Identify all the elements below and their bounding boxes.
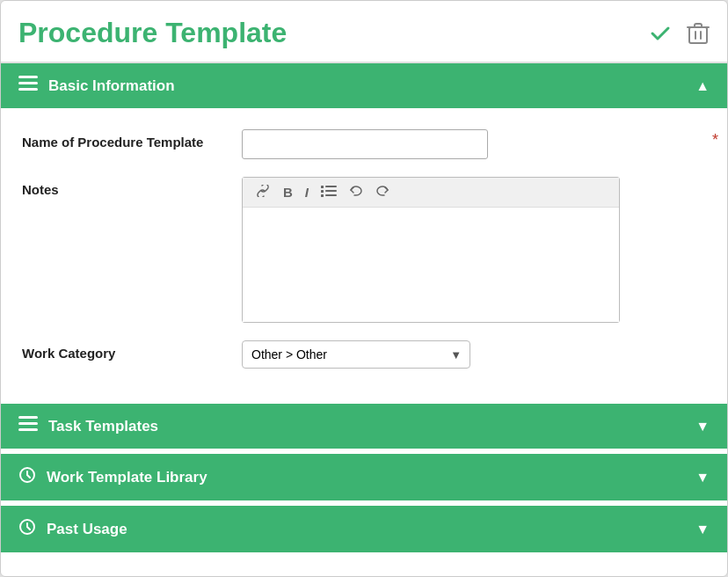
svg-rect-2: [18, 82, 38, 84]
work-category-select-wrapper: Other > Other ▼: [242, 340, 470, 369]
notes-label: Notes: [22, 177, 242, 197]
form-body: Name of Procedure Template * Notes B: [1, 108, 727, 400]
svg-rect-8: [321, 194, 324, 197]
collapsible-sections: Task Templates ▼ Work Template Library: [1, 404, 727, 552]
toolbar-italic-button[interactable]: I: [302, 183, 312, 201]
name-field-wrapper: *: [242, 129, 706, 159]
task-templates-chevron: ▼: [695, 419, 710, 435]
notes-input[interactable]: [243, 208, 619, 322]
toolbar-undo-button[interactable]: [346, 183, 367, 201]
work-category-select[interactable]: Other > Other: [242, 340, 470, 369]
svg-rect-10: [18, 416, 38, 419]
past-usage-section: Past Usage ▼: [1, 506, 727, 552]
basic-info-chevron: ▲: [695, 78, 710, 94]
main-container: Procedure Template: [0, 0, 728, 577]
past-usage-chevron: ▼: [695, 522, 710, 537]
svg-rect-7: [325, 190, 337, 192]
work-template-library-icon: [18, 466, 36, 488]
toolbar-link-button[interactable]: [251, 183, 274, 201]
svg-rect-5: [325, 186, 337, 187]
task-templates-icon: [18, 416, 38, 436]
name-row: Name of Procedure Template *: [22, 129, 706, 159]
required-star: *: [712, 131, 718, 150]
name-label: Name of Procedure Template: [22, 129, 242, 150]
svg-rect-9: [325, 194, 337, 196]
work-template-library-header[interactable]: Work Template Library ▼: [1, 454, 727, 500]
toolbar-list-button[interactable]: [317, 183, 340, 201]
past-usage-header[interactable]: Past Usage ▼: [1, 506, 727, 552]
header: Procedure Template: [1, 1, 727, 63]
basic-information-section-header[interactable]: Basic Information ▲: [1, 63, 727, 108]
task-templates-header[interactable]: Task Templates ▼: [1, 404, 727, 449]
notes-row: Notes B I: [22, 177, 706, 323]
save-button[interactable]: [648, 21, 673, 46]
basic-info-icon: [18, 76, 38, 96]
work-category-row: Work Category Other > Other ▼: [22, 340, 706, 369]
toolbar-bold-button[interactable]: B: [280, 183, 296, 201]
task-templates-label: Task Templates: [48, 418, 158, 435]
svg-rect-1: [18, 76, 38, 78]
past-usage-icon: [18, 518, 36, 540]
toolbar-redo-button[interactable]: [372, 183, 393, 201]
delete-button[interactable]: [687, 21, 710, 46]
past-usage-label: Past Usage: [47, 521, 127, 538]
name-input[interactable]: [242, 129, 488, 159]
work-template-library-section: Work Template Library ▼: [1, 454, 727, 500]
svg-rect-6: [321, 190, 324, 193]
svg-rect-4: [321, 186, 324, 188]
svg-rect-3: [18, 88, 38, 91]
notes-editor: B I: [242, 177, 620, 323]
task-templates-section: Task Templates ▼: [1, 404, 727, 449]
svg-rect-11: [18, 422, 38, 425]
work-template-library-label: Work Template Library: [47, 469, 207, 486]
work-template-library-chevron: ▼: [695, 470, 710, 486]
notes-toolbar: B I: [243, 178, 619, 208]
svg-rect-0: [689, 27, 707, 43]
svg-rect-12: [18, 428, 38, 431]
page-title: Procedure Template: [18, 17, 287, 49]
basic-info-label: Basic Information: [48, 77, 175, 95]
work-category-field: Other > Other ▼: [242, 340, 706, 369]
work-category-label: Work Category: [22, 340, 242, 361]
header-actions: [648, 21, 710, 46]
